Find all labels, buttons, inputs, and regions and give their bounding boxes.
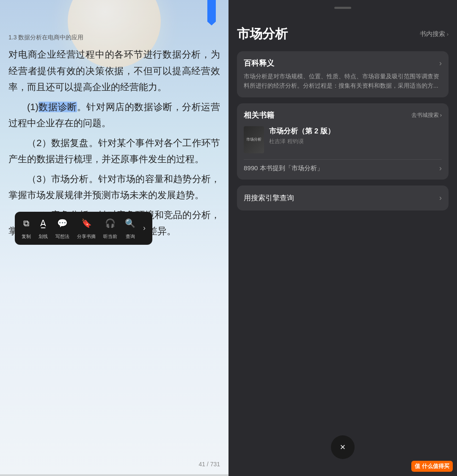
tooltip-share[interactable]: 🔖 分享书摘 [77,216,96,241]
mention-text: 8990 本书提到「市场分析」 [244,164,323,172]
bookstore-chevron-icon: › [440,112,442,118]
tooltip-copy[interactable]: ⧉ 复制 [22,216,31,241]
underline-icon: A̲ [40,216,46,231]
item1-prefix: (1) [27,102,39,112]
tooltip-query[interactable]: 🔍 查询 [125,216,135,241]
tooltip-write[interactable]: 💬 写想法 [55,216,69,241]
share-icon: 🔖 [81,216,92,231]
search-engine-label: 用搜索引擎查询 [244,193,294,203]
baike-chevron-icon: › [439,59,442,68]
mention-row[interactable]: 8990 本书提到「市场分析」 › [244,159,442,173]
search-engine-chevron-icon: › [439,194,442,202]
close-icon: × [340,442,346,453]
book-author: 杜吉泽 程钧谟 [269,138,442,145]
tooltip-bar[interactable]: ⧉ 复制 A̲ 划线 💬 写想法 🔖 分享书摘 🎧 听当前 🔍 查询 [15,212,152,245]
content-item1: (1)数据诊断。针对网店的数据诊断，分析运营过程中企业存在的问题。 [8,99,220,132]
tooltip-underline[interactable]: A̲ 划线 [39,216,48,241]
book-search-link[interactable]: 书内搜索 › [420,30,449,38]
mention-chevron-icon: › [439,164,442,173]
tooltip-more-icon[interactable]: › [143,221,146,235]
drag-handle[interactable] [334,7,351,9]
search-link-chevron-icon: › [447,31,449,37]
tooltip-listen[interactable]: 🎧 听当前 [103,216,117,241]
panel-title-row: 市场分析 书内搜索 › [237,25,449,43]
book-item[interactable]: 市场分析 市场分析（第 2 版） 杜吉泽 程钧谟 [244,126,442,153]
baike-card[interactable]: 百科释义 › 市场分析是对市场规模、位置、性质、特点、市场容量及吸引范围等调查资… [237,51,449,97]
right-panel: 市场分析 书内搜索 › 百科释义 › 市场分析是对市场规模、位置、性质、特点、市… [228,0,457,476]
book-cover: 市场分析 [244,126,264,153]
book-info: 市场分析（第 2 版） 杜吉泽 程钧谟 [269,126,442,145]
write-icon: 💬 [57,216,68,231]
listen-icon: 🎧 [105,216,116,231]
query-icon: 🔍 [125,216,135,231]
panel-title: 市场分析 [237,25,288,43]
content-item2: （2）数据复盘。针对某个事件对各个工作环节产生的数据进行梳理，并还原事件发生的过… [8,135,220,168]
chapter-title: 1.3 数据分析在电商中的应用 [8,34,83,42]
content-item3: （3）市场分析。针对市场的容量和趋势分析，掌握市场发展规律并预测市场未来的发展趋… [8,171,220,204]
related-title: 相关书籍 [244,110,274,120]
baike-card-header: 百科释义 › [244,58,442,68]
search-engine-card[interactable]: 用搜索引擎查询 › [237,185,449,210]
bookmark-icon [207,0,216,25]
baike-text: 市场分析是对市场规模、位置、性质、特点、市场容量及吸引范围等调查资料所进行的经济… [244,72,442,91]
book-content: 对电商企业经营过程中的各环节进行数据分析，为经营者提供有效的决策依据，不但可以提… [8,47,220,243]
related-header: 相关书籍 去书城搜索 › [244,110,442,120]
book-cover-inner: 市场分析 [244,126,264,153]
page-number: 41 / 731 [198,461,220,468]
left-panel: 1.3 数据分析在电商中的应用 对电商企业经营过程中的各环节进行数据分析，为经营… [0,0,228,476]
copy-icon: ⧉ [23,216,29,231]
book-name: 市场分析（第 2 版） [269,126,442,136]
watermark: 值 什么值得买 [411,461,453,472]
item1-selected: 数据诊断 [39,102,77,112]
close-button[interactable]: × [331,435,355,459]
bookstore-link[interactable]: 去书城搜索 › [411,111,442,119]
baike-title: 百科释义 [244,58,274,68]
scroll-bar[interactable] [0,474,228,476]
content-para1: 对电商企业经营过程中的各环节进行数据分析，为经营者提供有效的决策依据，不但可以提… [8,47,220,96]
related-books-card: 相关书籍 去书城搜索 › 市场分析 市场分析（第 2 版） 杜吉泽 程钧谟 89… [237,103,449,180]
